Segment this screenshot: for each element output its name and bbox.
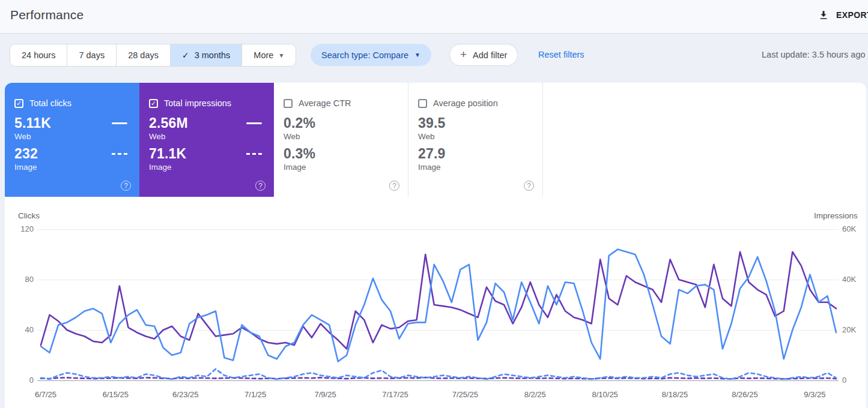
search-type-chip[interactable]: Search type: Compare ▼ [311,44,431,66]
more-label: More [253,50,273,60]
metric-checkbox[interactable]: ✓ [149,99,158,108]
date-range-7-days[interactable]: 7 days [67,44,117,66]
plus-icon: + [460,48,467,61]
metric-label: Average CTR [299,98,351,108]
page-title: Performance [10,8,83,22]
metric-image-value: 0.3% [284,146,315,162]
dashed-line-legend-icon [112,153,127,155]
metric-checkbox[interactable] [418,99,427,108]
date-range-segmented-control: 24 hours7 days28 days✓3 months More ▼ [10,44,296,67]
date-range-3-months[interactable]: ✓3 months [171,44,242,66]
x-axis-date-label: 6/7/25 [35,390,56,399]
chevron-down-icon: ▼ [278,52,284,59]
metric-card-total-impressions[interactable]: ✓Total impressions2.56MWeb71.1KImage? [139,83,274,197]
metric-web-label: Web [284,132,398,141]
download-icon [818,10,829,20]
date-range-label: 7 days [79,50,105,60]
more-dropdown[interactable]: More ▼ [242,44,296,66]
date-range-label: 24 hours [22,50,55,60]
solid-line-legend-icon [246,122,262,124]
export-label: EXPORT [836,10,868,20]
metric-label: Total clicks [29,98,71,108]
export-button[interactable]: EXPORT [818,10,868,20]
x-axis-date-label: 9/3/25 [804,390,825,399]
x-axis-date-label: 6/15/25 [103,390,129,399]
metric-tiles-row: ✓Total clicks5.11KWeb232Image?✓Total imp… [5,83,543,197]
filter-bar: 24 hours7 days28 days✓3 months More ▼ Se… [0,34,868,82]
x-axis-date-label: 8/18/25 [662,390,688,399]
metric-image-value: 27.9 [418,146,446,162]
metric-card-average-ctr[interactable]: Average CTR0.2%Web0.3%Image? [274,83,408,197]
chevron-down-icon: ▼ [414,52,420,58]
metric-card-total-clicks[interactable]: ✓Total clicks5.11KWeb232Image? [5,83,139,197]
reset-filters-link[interactable]: Reset filters [538,50,584,59]
date-range-28-days[interactable]: 28 days [117,44,171,66]
metric-image-label: Image [14,163,130,172]
top-header: Performance EXPORT [0,0,868,34]
metric-web-label: Web [149,132,264,141]
metric-card-average-position[interactable]: Average position39.5Web27.9Image? [408,83,543,197]
metric-label: Total impressions [164,98,231,108]
x-axis-date-label: 8/2/25 [524,390,546,399]
series-web-impressions [41,252,836,349]
x-axis-date-label: 8/26/25 [732,390,757,399]
metric-checkbox[interactable]: ✓ [14,99,23,108]
metric-checkbox[interactable] [284,99,293,108]
metric-web-label: Web [418,132,533,141]
metric-web-label: Web [14,132,130,141]
x-axis-date-label: 8/10/25 [592,390,618,399]
last-update-text: Last update: 3.5 hours ago [762,50,866,59]
help-icon[interactable]: ? [121,181,131,191]
solid-line-legend-icon [112,122,127,124]
metric-label: Average position [433,98,498,108]
x-axis-date-label: 7/9/25 [315,390,336,399]
x-axis-date-label: 6/23/25 [172,390,198,399]
metric-image-label: Image [284,163,398,172]
metric-web-value: 0.2% [284,115,315,131]
help-icon[interactable]: ? [389,181,399,191]
help-icon[interactable]: ? [255,181,266,191]
metric-image-value: 71.1K [149,146,186,162]
metric-web-value: 2.56M [149,115,188,131]
metric-web-value: 39.5 [418,115,446,131]
add-filter-button[interactable]: + Add filter [449,44,518,66]
dashed-line-legend-icon [246,153,262,155]
chart-lines-canvas [5,207,866,387]
add-filter-label: Add filter [473,50,507,60]
metric-web-value: 5.11K [14,115,51,131]
metric-image-label: Image [418,163,533,172]
help-icon[interactable]: ? [524,181,534,191]
search-type-label: Search type: Compare [321,50,408,60]
x-axis-date-label: 7/17/25 [382,390,408,399]
date-range-24-hours[interactable]: 24 hours [10,44,67,66]
checkmark-icon: ✓ [182,50,189,60]
x-axis-date-label: 7/1/25 [244,390,266,399]
date-range-label: 28 days [128,50,159,60]
date-range-label: 3 months [195,50,231,60]
metric-image-label: Image [149,163,264,172]
performance-chart: ClicksImpressions004020K8040K12060K6/7/2… [5,207,866,408]
x-axis-date-label: 7/25/25 [452,390,478,399]
metric-image-value: 232 [14,146,38,162]
performance-panel: ✓Total clicks5.11KWeb232Image?✓Total imp… [5,83,866,408]
